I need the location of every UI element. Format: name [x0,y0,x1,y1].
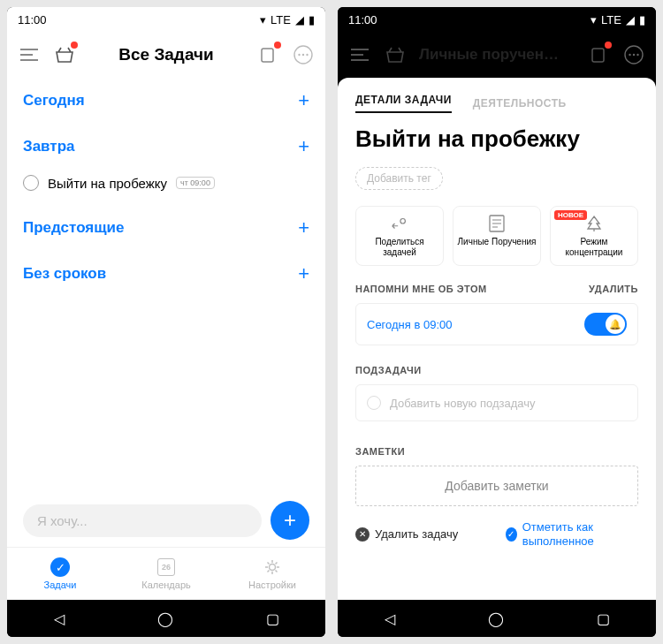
svg-point-9 [633,54,635,56]
card-share[interactable]: Поделиться задачей [355,206,444,266]
task-title[interactable]: Выйти на пробежку [355,125,638,153]
mark-done[interactable]: ✓ Отметить как выполненное [506,520,638,548]
reminder-toggle[interactable]: 🔔 [584,313,627,336]
svg-point-4 [306,54,308,56]
new-badge: НОВОЕ [554,210,587,220]
reminder-row[interactable]: Сегодня в 09:00 🔔 [355,303,638,345]
tree-icon [584,214,604,233]
copy-icon [587,43,610,66]
notification-dot [605,42,612,49]
status-bar: 11:00 ▾ LTE ◢ ▮ [7,7,325,32]
hamburger-icon [348,43,371,66]
task-row[interactable]: Выйти на пробежку чт 09:00 [7,170,325,205]
bottom-nav: ✓ Задачи 26 Календарь Настройки [7,547,325,600]
tab-calendar[interactable]: 26 Календарь [113,548,219,600]
notes-label: ЗАМЕТКИ [355,446,638,457]
reminder-delete[interactable]: УДАЛИТЬ [589,284,638,294]
signal-icon: ◢ [626,13,635,27]
nav-back[interactable]: ◁ [385,610,395,627]
dim-backdrop[interactable]: Личные поручен… ДЕТАЛИ ЗАДАЧИ ДЕЯТЕЛЬНОС… [338,32,656,600]
add-tomorrow[interactable]: + [298,135,309,158]
section-tomorrow[interactable]: Завтра + [7,124,325,170]
android-nav: ◁ ◯ ▢ [338,600,656,637]
more-icon [622,43,645,66]
calendar-icon: 26 [157,558,175,576]
background-title: Личные поручен… [419,46,575,64]
gear-icon [263,557,282,577]
list-icon [487,214,507,233]
tab-details[interactable]: ДЕТАЛИ ЗАДАЧИ [355,94,452,113]
status-bar: 11:00 ▾ LTE ◢ ▮ [338,7,656,32]
app-bar: Все Задачи [7,32,325,78]
reminder-header: НАПОМНИ МНЕ ОБ ЭТОМ УДАЛИТЬ [355,284,638,294]
bottom-actions: ✕ Удалить задачу ✓ Отметить как выполнен… [355,513,638,555]
network-label: LTE [601,13,621,27]
share-icon [390,214,409,233]
hamburger-icon[interactable] [18,43,41,66]
add-upcoming[interactable]: + [298,216,309,239]
nav-back[interactable]: ◁ [54,610,65,627]
close-icon: ✕ [355,527,370,542]
card-list[interactable]: Личные Поручения [453,206,541,266]
android-nav: ◁ ◯ ▢ [7,600,325,637]
check-icon: ✓ [50,557,70,577]
svg-point-3 [302,54,304,56]
wifi-icon: ▾ [591,13,597,27]
svg-point-2 [298,54,300,56]
wifi-icon: ▾ [260,13,266,27]
basket-icon [384,43,407,66]
delete-task[interactable]: ✕ Удалить задачу [355,527,458,542]
notification-dot [274,42,281,49]
add-tag-chip[interactable]: Добавить тег [355,167,443,190]
page-title: Все Задачи [88,45,244,64]
bell-icon: 🔔 [606,314,625,334]
svg-point-10 [636,54,638,56]
add-today[interactable]: + [298,89,309,112]
nav-recent[interactable]: ▢ [266,610,279,627]
nav-home[interactable]: ◯ [488,610,504,627]
background-appbar: Личные поручен… [338,32,656,78]
tab-tasks[interactable]: ✓ Задачи [7,548,113,600]
add-notes[interactable]: Добавить заметки [355,466,638,506]
add-subtask[interactable]: Добавить новую подзадачу [355,384,638,421]
detail-tabs: ДЕТАЛИ ЗАДАЧИ ДЕЯТЕЛЬНОСТЬ [355,90,638,117]
notification-dot [71,42,78,49]
add-nodate[interactable]: + [298,262,309,285]
section-nodate[interactable]: Без сроков + [7,251,325,297]
battery-icon: ▮ [639,13,645,27]
subtasks-label: ПОДЗАДАЧИ [355,365,638,375]
checkbox [367,396,381,410]
copy-icon[interactable] [256,43,279,66]
fab-add[interactable]: + [271,501,309,540]
reminder-time: Сегодня в 09:00 [367,318,452,331]
network-label: LTE [271,13,291,27]
section-today[interactable]: Сегодня + [7,78,325,124]
checkbox[interactable] [23,175,39,191]
task-due-badge: чт 09:00 [176,177,215,189]
basket-icon[interactable] [53,43,76,66]
clock: 11:00 [18,13,47,27]
clock: 11:00 [348,13,377,27]
tab-settings[interactable]: Настройки [219,548,325,600]
nav-recent[interactable]: ▢ [597,610,610,627]
section-upcoming[interactable]: Предстоящие + [7,205,325,251]
battery-icon: ▮ [309,13,315,27]
svg-point-5 [270,564,276,571]
more-icon[interactable] [292,43,315,66]
signal-icon: ◢ [295,13,304,27]
quick-add-input[interactable]: Я хочу... [23,504,262,537]
check-icon: ✓ [506,527,517,542]
task-list: Сегодня + Завтра + Выйти на пробежку чт … [7,78,325,600]
svg-rect-6 [592,49,604,62]
detail-sheet: ДЕТАЛИ ЗАДАЧИ ДЕЯТЕЛЬНОСТЬ Выйти на проб… [338,78,656,600]
quick-add-bar: Я хочу... + [7,494,325,547]
nav-home[interactable]: ◯ [157,610,173,627]
action-cards: Поделиться задачей Личные Поручения НОВО… [355,206,638,266]
card-focus[interactable]: НОВОЕ Режим концентрации [550,206,638,266]
svg-rect-0 [262,49,273,62]
tab-activity[interactable]: ДЕЯТЕЛЬНОСТЬ [473,97,567,110]
task-title: Выйти на пробежку [48,176,167,191]
svg-point-8 [629,54,630,56]
svg-point-11 [400,219,406,224]
